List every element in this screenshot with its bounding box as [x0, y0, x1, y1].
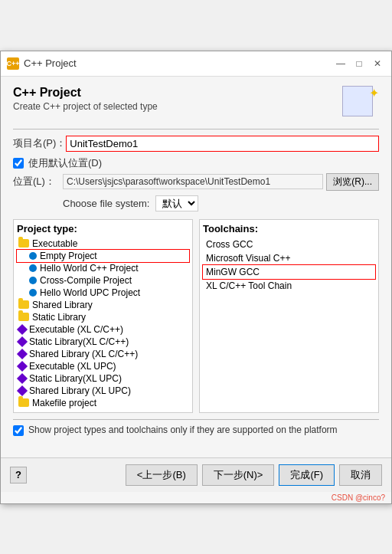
titlebar-title: C++ Project — [24, 57, 77, 69]
platform-filter-label: Show project types and toolchains only i… — [28, 425, 338, 435]
filesystem-label: Choose file system: — [63, 198, 149, 209]
tree-label-shared-library: Shared Library — [32, 300, 93, 310]
tree-item-cross-compile[interactable]: Cross-Compile Project — [17, 274, 189, 287]
toolchain-msvc[interactable]: Microsoft Visual C++ — [203, 251, 375, 265]
tree-label-exec-xl: Executable (XL C/C++) — [29, 324, 123, 335]
titlebar-left: C++ C++ Project — [7, 57, 77, 70]
back-button[interactable]: <上一步(B) — [126, 464, 198, 486]
footer-left: ? — [10, 467, 27, 484]
tree-item-executable[interactable]: Executable — [17, 238, 189, 250]
project-name-row: 项目名(P)： — [13, 136, 379, 152]
help-button[interactable]: ? — [10, 467, 27, 484]
app-icon-text: C++ — [7, 60, 20, 67]
finish-button[interactable]: 完成(F) — [279, 464, 335, 486]
tree-label-cross-compile: Cross-Compile Project — [40, 275, 132, 286]
wizard-icon-bg — [342, 86, 373, 116]
tree-label-static-library: Static Library — [32, 312, 86, 323]
panels: Project type: Executable Empty Project H… — [13, 219, 379, 413]
titlebar: C++ C++ Project — □ ✕ — [1, 51, 391, 77]
wizard-header-text: C++ Project Create C++ project of select… — [13, 86, 158, 112]
diamond-icon-shared-upc — [17, 385, 28, 395]
tree-item-shared-upc[interactable]: Shared Library (XL UPC) — [17, 385, 189, 397]
tree-label-static-xl: Static Library(XL C/C++) — [29, 336, 129, 347]
wizard-header: C++ Project Create C++ project of select… — [13, 86, 379, 123]
diamond-icon-exec-upc — [17, 360, 28, 371]
diamond-icon-static-upc — [17, 372, 28, 383]
tree-item-static-xl[interactable]: Static Library(XL C/C++) — [17, 336, 189, 348]
default-location-label: 使用默认位置(D) — [28, 156, 102, 170]
diamond-icon-shared-xl — [17, 348, 28, 359]
tree-label-makefile: Makefile project — [32, 398, 96, 408]
tree-item-hello-world-upc[interactable]: Hello World UPC Project — [17, 287, 189, 299]
filesystem-row: Choose file system: 默认 EFS — [13, 195, 379, 211]
tree-label-shared-xl: Shared Library (XL C/C++) — [29, 349, 138, 359]
content: C++ Project Create C++ project of select… — [1, 77, 391, 457]
tree-label-shared-upc: Shared Library (XL UPC) — [29, 385, 131, 396]
platform-filter-checkbox[interactable] — [13, 425, 24, 436]
project-type-panel: Project type: Executable Empty Project H… — [13, 219, 193, 413]
folder-icon-executable — [18, 239, 29, 247]
wizard-icon-star: ✦ — [369, 86, 379, 100]
project-type-title: Project type: — [17, 223, 189, 234]
dot-icon-empty-project — [29, 252, 37, 260]
footer: ? <上一步(B) 下一步(N)> 完成(F) 取消 — [1, 457, 391, 492]
tree-item-shared-xl[interactable]: Shared Library (XL C/C++) — [17, 348, 189, 360]
next-button[interactable]: 下一步(N)> — [202, 464, 275, 486]
cancel-button[interactable]: 取消 — [339, 464, 382, 486]
default-location-row: 使用默认位置(D) — [13, 156, 379, 170]
tree-item-empty-project[interactable]: Empty Project — [17, 250, 189, 262]
tree-item-shared-library[interactable]: Shared Library — [17, 299, 189, 311]
footer-right: <上一步(B) 下一步(N)> 完成(F) 取消 — [126, 464, 382, 486]
default-location-checkbox[interactable] — [13, 158, 24, 169]
tree-item-exec-xl[interactable]: Executable (XL C/C++) — [17, 323, 189, 336]
watermark: CSDN @cinco? — [1, 492, 391, 503]
diamond-icon-exec-xl — [17, 323, 28, 334]
tree-item-hello-world[interactable]: Hello World C++ Project — [17, 262, 189, 274]
header-divider — [13, 129, 379, 129]
folder-icon-makefile — [18, 398, 29, 407]
project-name-input[interactable] — [66, 136, 379, 152]
tree-label-executable: Executable — [32, 238, 77, 249]
tree-item-exec-upc[interactable]: Executable (XL UPC) — [17, 360, 189, 372]
maximize-button[interactable]: □ — [351, 56, 367, 71]
toolchains-title: Toolchains: — [203, 223, 375, 234]
browse-button[interactable]: 浏览(R)... — [326, 173, 379, 191]
tree-item-static-library[interactable]: Static Library — [17, 311, 189, 323]
tree-item-static-upc[interactable]: Static Library(XL UPC) — [17, 372, 189, 385]
folder-icon-shared-library — [18, 300, 29, 309]
tree-label-hello-world-upc: Hello World UPC Project — [40, 287, 140, 298]
minimize-button[interactable]: — — [333, 56, 348, 71]
filesystem-select[interactable]: 默认 EFS — [155, 195, 198, 211]
wizard-icon: ✦ — [342, 86, 379, 123]
dot-icon-hello-world — [29, 264, 37, 272]
folder-icon-static-library — [18, 313, 29, 321]
tree-label-hello-world: Hello World C++ Project — [40, 263, 139, 274]
diamond-icon-static-xl — [17, 336, 28, 346]
window: C++ C++ Project — □ ✕ C++ Project Create… — [0, 51, 392, 504]
toolchain-cross-gcc[interactable]: Cross GCC — [203, 238, 375, 251]
toolchain-xl-tool[interactable]: XL C/C++ Tool Chain — [203, 279, 375, 293]
dot-icon-cross-compile — [29, 277, 37, 284]
tree-item-makefile[interactable]: Makefile project — [17, 397, 189, 409]
close-button[interactable]: ✕ — [370, 56, 385, 71]
bottom-checkbox-row: Show project types and toolchains only i… — [13, 419, 379, 441]
tree-label-static-upc: Static Library(XL UPC) — [29, 373, 122, 384]
project-name-label: 项目名(P)： — [13, 136, 66, 150]
titlebar-controls: — □ ✕ — [333, 56, 385, 71]
wizard-subtitle: Create C++ project of selected type — [13, 101, 158, 112]
app-icon: C++ — [7, 57, 19, 70]
location-row: 位置(L)： 浏览(R)... — [13, 173, 379, 191]
tree-label-empty-project: Empty Project — [40, 251, 97, 261]
toolchains-panel: Toolchains: Cross GCC Microsoft Visual C… — [199, 219, 379, 413]
dot-icon-hello-world-upc — [29, 289, 37, 297]
location-label: 位置(L)： — [13, 175, 63, 188]
tree-label-exec-upc: Executable (XL UPC) — [29, 361, 116, 372]
location-input[interactable] — [63, 174, 323, 189]
wizard-title: C++ Project — [13, 86, 158, 100]
toolchain-mingw-gcc[interactable]: MinGW GCC — [203, 265, 375, 279]
